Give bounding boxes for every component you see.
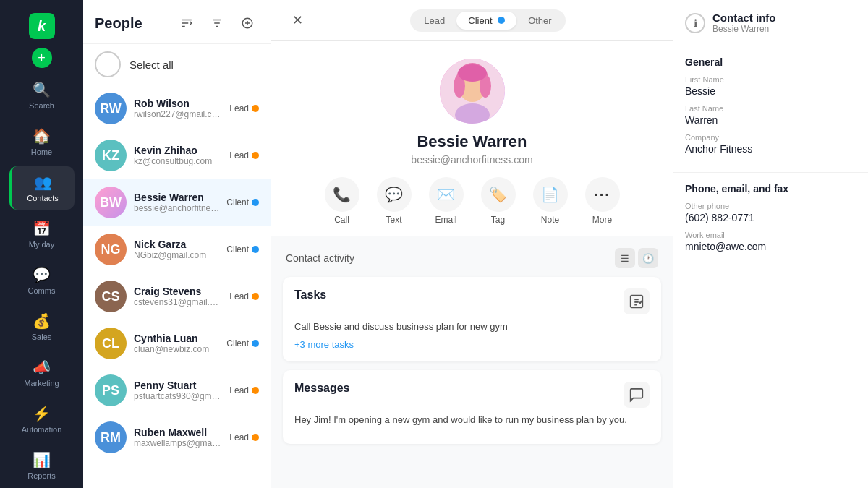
sort-button[interactable] <box>175 12 198 35</box>
contact-item[interactable]: BW Bessie Warren bessie@anchorfitness.co… <box>83 179 271 226</box>
contact-item[interactable]: PS Penny Stuart pstuartcats930@gmail.com… <box>83 367 271 414</box>
badge-label: Client <box>226 197 249 207</box>
filter-button[interactable] <box>205 12 229 35</box>
badge-label: Client <box>226 244 249 254</box>
contact-type-toggle: Lead Client Other <box>410 9 565 32</box>
list-view-button[interactable]: ☰ <box>615 248 635 268</box>
sidebar-item-myday[interactable]: 📅 My day <box>9 213 75 256</box>
contact-list: RW Rob Wilson rwilson227@gmail.com Lead … <box>83 85 271 488</box>
badge-dot <box>252 246 259 253</box>
first-name-label: First Name <box>685 75 856 84</box>
contact-item[interactable]: CS Craig Stevens cstevens31@gmail.com Le… <box>83 273 271 320</box>
more-label: More <box>592 215 612 225</box>
first-name-value: Bessie <box>685 85 856 97</box>
contact-email: maxwellamps@gmail.com <box>134 438 222 448</box>
badge-dot <box>252 434 259 441</box>
contact-email: bessie@anchorfitness.com <box>134 203 219 213</box>
work-email-field: Work email mnieto@awe.com <box>685 231 856 252</box>
tasks-card: Tasks Call Bessie and discuss business p… <box>283 277 661 361</box>
sidebar-item-automation[interactable]: ⚡ Automation <box>9 398 75 441</box>
clock-view-button[interactable]: 🕐 <box>638 248 658 268</box>
activity-header: Contact activity ☰ 🕐 <box>283 248 661 268</box>
sidebar-nav: 🔍 Search 🏠 Home 👥 Contacts 📅 My day 💬 Co… <box>0 74 83 487</box>
tasks-card-icon <box>624 288 650 314</box>
contact-name: Penny Stuart <box>134 380 222 391</box>
badge-dot <box>252 105 259 112</box>
toggle-client[interactable]: Client <box>456 12 516 30</box>
email-icon: ✉️ <box>429 177 464 212</box>
tasks-more-link[interactable]: +3 more tasks <box>294 339 650 350</box>
contact-avatar: KZ <box>95 140 127 171</box>
contact-item[interactable]: RM Ruben Maxwell maxwellamps@gmail.com L… <box>83 414 271 461</box>
more-icon: ··· <box>585 177 620 212</box>
contact-badge: Lead <box>229 385 259 395</box>
contact-avatar: RM <box>95 421 127 453</box>
contact-info: Bessie Warren bessie@anchorfitness.com <box>134 192 219 213</box>
close-button[interactable]: ✕ <box>286 9 309 32</box>
add-person-button[interactable] <box>236 12 259 35</box>
work-email-value: mnieto@awe.com <box>685 241 856 252</box>
contact-name: Rob Wilson <box>134 98 222 109</box>
contact-item[interactable]: CL Cynthia Luan cluan@newbiz.com Client <box>83 320 271 367</box>
general-section: General First Name Bessie Last Name Warr… <box>673 46 868 173</box>
toggle-lead[interactable]: Lead <box>412 12 456 30</box>
messages-card-header: Messages <box>294 382 650 408</box>
sidebar-item-comms[interactable]: 💬 Comms <box>9 259 75 302</box>
badge-label: Lead <box>229 385 249 395</box>
company-field: Company Anchor Fitness <box>685 133 856 155</box>
text-button[interactable]: 💬 Text <box>377 177 412 225</box>
add-contact-button[interactable]: + <box>32 48 52 68</box>
contact-info: Penny Stuart pstuartcats930@gmail.com <box>134 380 222 401</box>
contact-info: Rob Wilson rwilson227@gmail.com <box>134 98 222 119</box>
contact-name: Craig Stevens <box>134 286 222 297</box>
select-all-checkbox[interactable] <box>95 51 121 77</box>
messages-card-title: Messages <box>294 382 350 395</box>
contact-email: cstevens31@gmail.com <box>134 297 222 307</box>
contact-info: Craig Stevens cstevens31@gmail.com <box>134 286 222 307</box>
note-button[interactable]: 📄 Note <box>533 177 568 225</box>
info-header-text: Contact info Bessie Warren <box>712 12 776 34</box>
activity-view-icons: ☰ 🕐 <box>615 248 658 268</box>
sidebar-item-reports[interactable]: 📊 Reports <box>9 444 75 487</box>
contact-name: Kevin Zhihao <box>134 145 222 156</box>
sidebar-item-contacts[interactable]: 👥 Contacts <box>9 166 75 210</box>
badge-dot <box>252 387 259 394</box>
call-icon: 📞 <box>325 177 359 212</box>
profile-email: bessie@anchorfitness.com <box>411 154 532 166</box>
contact-item[interactable]: NG Nick Garza NGbiz@gmail.com Client <box>83 226 271 273</box>
activity-title: Contact activity <box>286 252 354 264</box>
contact-badge: Client <box>226 197 259 207</box>
contact-email: rwilson227@gmail.com <box>134 109 222 119</box>
profile-avatar <box>440 59 505 124</box>
activity-section: Contact activity ☰ 🕐 Tasks <box>271 236 673 455</box>
sidebar-item-search[interactable]: 🔍 Search <box>9 74 75 117</box>
note-label: Note <box>541 215 559 225</box>
contact-email: cluan@newbiz.com <box>134 344 219 354</box>
contact-name: Nick Garza <box>134 239 219 250</box>
tasks-card-title: Tasks <box>294 288 326 301</box>
email-button[interactable]: ✉️ Email <box>429 177 464 225</box>
contact-badge: Client <box>226 244 259 254</box>
badge-label: Client <box>226 338 249 348</box>
text-icon: 💬 <box>377 177 412 212</box>
sidebar-item-home[interactable]: 🏠 Home <box>9 120 75 163</box>
call-button[interactable]: 📞 Call <box>325 177 359 225</box>
contact-item[interactable]: RW Rob Wilson rwilson227@gmail.com Lead <box>83 85 271 132</box>
contact-item[interactable]: KZ Kevin Zhihao kz@consultbug.com Lead <box>83 132 271 179</box>
first-name-field: First Name Bessie <box>685 75 856 97</box>
contact-badge: Lead <box>229 150 259 160</box>
contact-info: Ruben Maxwell maxwellamps@gmail.com <box>134 427 222 448</box>
tasks-card-body: Call Bessie and discuss business plan fo… <box>294 320 650 333</box>
tag-button[interactable]: 🏷️ Tag <box>481 177 516 225</box>
info-header-title: Contact info <box>712 12 776 24</box>
sidebar-item-sales[interactable]: 💰 Sales <box>9 305 75 348</box>
contact-badge: Client <box>226 338 259 348</box>
other-phone-field: Other phone (602) 882-0771 <box>685 202 856 223</box>
toggle-other[interactable]: Other <box>516 12 563 30</box>
profile-name: Bessie Warren <box>417 132 527 151</box>
contact-info-panel: ℹ Contact info Bessie Warren General Fir… <box>673 0 868 488</box>
info-icon: ℹ <box>685 13 705 33</box>
sidebar-item-marketing[interactable]: 📣 Marketing <box>9 351 75 395</box>
messages-card-body: Hey Jim! I'm opening a new gym and would… <box>294 414 650 427</box>
more-button[interactable]: ··· More <box>585 177 620 225</box>
